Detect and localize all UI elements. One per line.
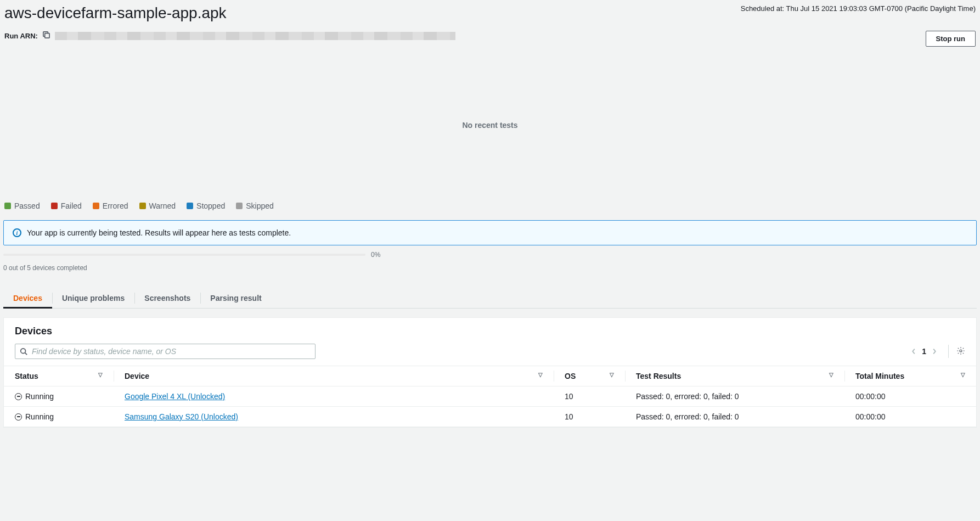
- legend-label: Passed: [14, 201, 40, 210]
- legend-item-failed: Failed: [51, 201, 82, 210]
- run-arn-redacted: [55, 32, 455, 40]
- devices-panel-title: Devices: [15, 326, 52, 337]
- svg-rect-0: [45, 33, 49, 38]
- running-icon: •••: [15, 393, 22, 400]
- legend-item-stopped: Stopped: [187, 201, 225, 210]
- svg-line-2: [25, 353, 27, 355]
- swatch-icon: [139, 203, 146, 209]
- status-text: Running: [25, 412, 54, 421]
- table-row: •••Running Google Pixel 4 XL (Unlocked) …: [4, 386, 976, 407]
- search-input-wrap[interactable]: [15, 344, 316, 359]
- swatch-icon: [4, 203, 11, 209]
- legend: Passed Failed Errored Warned Stopped Ski…: [0, 199, 980, 216]
- pagination: 1: [911, 345, 965, 358]
- legend-item-errored: Errored: [93, 201, 128, 210]
- tab-devices[interactable]: Devices: [3, 288, 52, 308]
- progress-caption: 0 out of 5 devices completed: [3, 264, 977, 272]
- device-link[interactable]: Google Pixel 4 XL (Unlocked): [125, 392, 225, 401]
- legend-label: Errored: [103, 201, 128, 210]
- legend-label: Skipped: [246, 201, 274, 210]
- test-results-text: Passed: 0, errored: 0, failed: 0: [625, 407, 844, 427]
- tab-screenshots[interactable]: Screenshots: [134, 288, 200, 308]
- filter-icon[interactable]: ▽: [961, 372, 965, 378]
- gear-icon[interactable]: [956, 346, 965, 357]
- chevron-right-icon[interactable]: [932, 348, 937, 355]
- tab-parsing-result[interactable]: Parsing result: [200, 288, 271, 308]
- search-input[interactable]: [32, 347, 311, 356]
- swatch-icon: [51, 203, 58, 209]
- progress-bar: [3, 254, 365, 256]
- info-icon: i: [13, 228, 21, 237]
- svg-point-3: [960, 350, 962, 352]
- no-recent-tests-label: No recent tests: [462, 121, 517, 130]
- filter-icon[interactable]: ▽: [829, 372, 833, 378]
- stop-run-button[interactable]: Stop run: [926, 31, 976, 47]
- swatch-icon: [187, 203, 193, 209]
- info-banner: i Your app is currently being tested. Re…: [3, 220, 977, 245]
- tab-unique-problems[interactable]: Unique problems: [52, 288, 134, 308]
- info-banner-text: Your app is currently being tested. Resu…: [27, 228, 291, 237]
- legend-item-skipped: Skipped: [236, 201, 274, 210]
- devices-panel: Devices 1 Status▽ De: [3, 317, 977, 428]
- tabs: Devices Unique problems Screenshots Pars…: [3, 288, 977, 309]
- col-status[interactable]: Status▽: [4, 366, 114, 386]
- progress-percent-label: 0%: [371, 251, 380, 259]
- table-row: •••Running Samsung Galaxy S20 (Unlocked)…: [4, 407, 976, 427]
- legend-label: Stopped: [196, 201, 225, 210]
- filter-icon[interactable]: ▽: [98, 372, 103, 378]
- swatch-icon: [236, 203, 243, 209]
- devices-table: Status▽ Device▽ OS▽ Test Results▽ Total …: [4, 366, 976, 427]
- legend-label: Warned: [149, 201, 176, 210]
- scheduled-at-label: Scheduled at: Thu Jul 15 2021 19:03:03 G…: [741, 4, 976, 13]
- legend-label: Failed: [61, 201, 82, 210]
- page-number: 1: [922, 347, 926, 356]
- run-arn-label: Run ARN:: [4, 32, 38, 40]
- col-total-minutes[interactable]: Total Minutes▽: [844, 366, 976, 386]
- filter-icon[interactable]: ▽: [538, 372, 543, 378]
- page-title: aws-devicefarm-sample-app.apk: [4, 4, 227, 22]
- os-text: 10: [554, 386, 625, 407]
- col-test-results[interactable]: Test Results▽: [625, 366, 844, 386]
- col-device[interactable]: Device▽: [114, 366, 554, 386]
- status-text: Running: [25, 392, 54, 401]
- device-link[interactable]: Samsung Galaxy S20 (Unlocked): [125, 412, 238, 421]
- swatch-icon: [93, 203, 99, 209]
- chevron-left-icon[interactable]: [911, 348, 916, 355]
- svg-point-1: [21, 349, 26, 354]
- test-results-text: Passed: 0, errored: 0, failed: 0: [625, 386, 844, 407]
- tests-chart-placeholder: No recent tests: [0, 51, 980, 199]
- legend-item-passed: Passed: [4, 201, 40, 210]
- col-os[interactable]: OS▽: [554, 366, 625, 386]
- legend-item-warned: Warned: [139, 201, 176, 210]
- total-minutes-text: 00:00:00: [844, 386, 976, 407]
- search-icon: [20, 348, 27, 355]
- filter-icon[interactable]: ▽: [610, 372, 614, 378]
- os-text: 10: [554, 407, 625, 427]
- total-minutes-text: 00:00:00: [844, 407, 976, 427]
- copy-icon[interactable]: [42, 31, 50, 41]
- running-icon: •••: [15, 413, 22, 421]
